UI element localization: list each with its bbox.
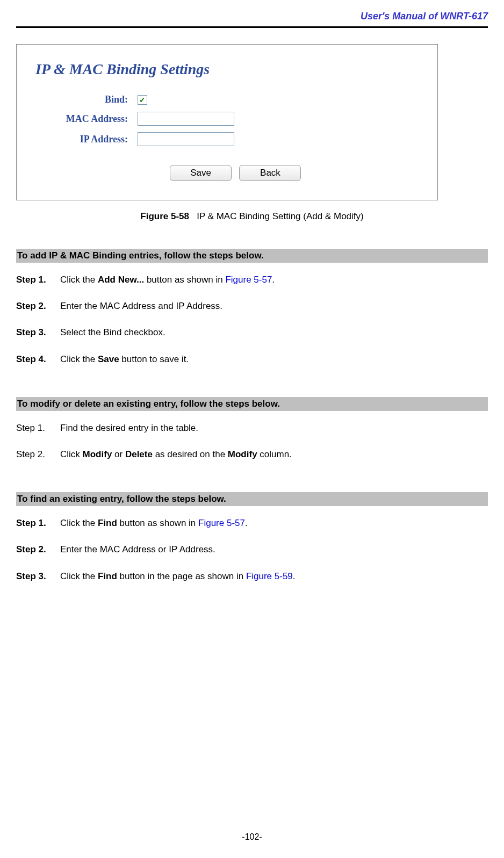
step-row: Step 4.Click the Save button to save it.	[16, 352, 488, 366]
step-label: Step 3.	[16, 325, 60, 340]
form-row-mac: MAC Address:	[35, 112, 419, 126]
text: button in the page as shown in	[117, 571, 246, 581]
save-button[interactable]: Save	[170, 165, 232, 181]
settings-title: IP & MAC Binding Settings	[35, 61, 419, 78]
section3-steps: Step 1.Click the Find button as shown in…	[16, 516, 488, 583]
section-heading-find: To find an existing entry, follow the st…	[16, 492, 488, 506]
bold-text: Find	[98, 518, 117, 528]
step-label: Step 1.	[16, 272, 60, 287]
step-label: Step 1.	[16, 516, 60, 530]
button-row: Save Back	[35, 165, 419, 181]
step-text: Enter the MAC Address and IP Address.	[60, 299, 488, 313]
figure-caption: Figure 5-58 IP & MAC Binding Setting (Ad…	[16, 211, 488, 222]
step-label: Step 4.	[16, 352, 60, 366]
bind-checkbox[interactable]: ✓	[138, 95, 147, 105]
ip-label: IP Address:	[35, 134, 138, 145]
step-row: Step 3.Select the Bind checkbox.	[16, 325, 488, 340]
section-heading-modify: To modify or delete an existing entry, f…	[16, 397, 488, 411]
text: button as shown in	[117, 518, 198, 528]
bold-text: Modify	[228, 449, 257, 459]
back-button[interactable]: Back	[239, 165, 301, 181]
check-icon: ✓	[139, 96, 146, 104]
figure-number: Figure 5-58	[140, 211, 189, 221]
text: Click the	[60, 275, 98, 285]
step-row: Step 3.Click the Find button in the page…	[16, 569, 488, 583]
bold-text: Modify	[83, 449, 112, 459]
mac-address-input[interactable]	[138, 112, 234, 126]
bold-text: Find	[98, 571, 117, 581]
text: .	[293, 571, 296, 581]
text: button as shown in	[144, 275, 225, 285]
step-row: Step 2.Click Modify or Delete as desired…	[16, 447, 488, 462]
step-row: Step 2.Enter the MAC Address and IP Addr…	[16, 299, 488, 313]
page-number: -102-	[0, 832, 504, 842]
text: column.	[257, 449, 292, 459]
text: .	[272, 275, 275, 285]
step-text: Enter the MAC Address or IP Address.	[60, 542, 488, 557]
text: Click the	[60, 571, 98, 581]
step-text: Click the Find button in the page as sho…	[60, 569, 488, 583]
section-heading-add: To add IP & MAC Binding entries, follow …	[16, 249, 488, 263]
bind-label: Bind:	[35, 94, 138, 105]
step-text: Select the Bind checkbox.	[60, 325, 488, 340]
manual-title: User's Manual of WNRT-617	[361, 11, 488, 21]
step-label: Step 2.	[16, 542, 60, 557]
text: button to save it.	[119, 354, 189, 364]
figure-link[interactable]: Figure 5-57	[198, 518, 245, 528]
step-row: Step 1.Find the desired entry in the tab…	[16, 421, 488, 435]
text: Enter the MAC Address or IP Address.	[60, 544, 215, 554]
text: Find the desired entry in the table.	[60, 423, 198, 433]
figure-text: IP & MAC Binding Setting (Add & Modify)	[197, 211, 364, 221]
step-label: Step 1.	[16, 421, 60, 435]
form-row-bind: Bind: ✓	[35, 94, 419, 105]
step-row: Step 1.Click the Add New... button as sh…	[16, 272, 488, 287]
bold-text: Delete	[125, 449, 153, 459]
bold-text: Save	[98, 354, 119, 364]
figure-link[interactable]: Figure 5-59	[246, 571, 293, 581]
step-label: Step 3.	[16, 569, 60, 583]
text: Click the	[60, 518, 98, 528]
step-label: Step 2.	[16, 447, 60, 462]
mac-label: MAC Address:	[35, 113, 138, 125]
figure-link[interactable]: Figure 5-57	[225, 275, 272, 285]
settings-screenshot: IP & MAC Binding Settings Bind: ✓ MAC Ad…	[16, 44, 438, 200]
form-row-ip: IP Address:	[35, 132, 419, 146]
text: .	[245, 518, 248, 528]
section1-steps: Step 1.Click the Add New... button as sh…	[16, 272, 488, 366]
step-label: Step 2.	[16, 299, 60, 313]
text: or	[112, 449, 125, 459]
text: Click the	[60, 354, 98, 364]
bold-text: Add New...	[98, 275, 144, 285]
text: Enter the MAC Address and IP Address.	[60, 301, 222, 311]
step-text: Click the Find button as shown in Figure…	[60, 516, 488, 530]
section2-steps: Step 1.Find the desired entry in the tab…	[16, 421, 488, 462]
step-text: Find the desired entry in the table.	[60, 421, 488, 435]
step-text: Click Modify or Delete as desired on the…	[60, 447, 488, 462]
step-row: Step 1.Click the Find button as shown in…	[16, 516, 488, 530]
step-text: Click the Save button to save it.	[60, 352, 488, 366]
page-header: User's Manual of WNRT-617	[16, 11, 488, 28]
step-row: Step 2.Enter the MAC Address or IP Addre…	[16, 542, 488, 557]
step-text: Click the Add New... button as shown in …	[60, 272, 488, 287]
text: Click	[60, 449, 83, 459]
ip-address-input[interactable]	[138, 132, 234, 146]
text: Select the Bind checkbox.	[60, 327, 165, 337]
text: as desired on the	[153, 449, 228, 459]
